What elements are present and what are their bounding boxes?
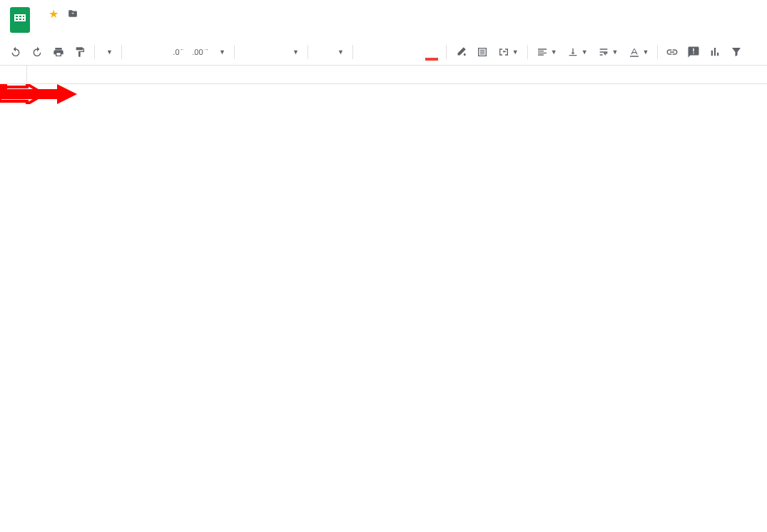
paint-format-button[interactable] [70,42,90,62]
redo-button[interactable] [27,42,47,62]
select-all-corner[interactable] [0,84,26,100]
font-dropdown[interactable]: ▼ [239,42,303,62]
zoom-dropdown[interactable]: ▼ [99,42,117,62]
print-button[interactable] [49,42,68,62]
text-color-button[interactable] [422,42,442,62]
star-icon[interactable]: ★ [49,7,59,21]
sheets-icon [10,7,30,33]
strikethrough-button[interactable] [400,42,420,62]
text-rotation-dropdown[interactable]: ▼ [624,42,654,62]
decrease-decimal-button[interactable]: .0← [169,42,189,62]
merge-cells-dropdown[interactable]: ▼ [494,42,523,62]
vertical-align-dropdown[interactable]: ▼ [563,42,592,62]
italic-button[interactable] [379,42,399,62]
horizontal-align-dropdown[interactable]: ▼ [532,42,562,62]
app-logo[interactable] [6,6,34,34]
fx-label [0,66,27,83]
bold-button[interactable] [357,42,377,62]
insert-chart-button[interactable] [705,42,725,62]
insert-comment-button[interactable] [684,42,703,62]
increase-decimal-button[interactable]: .00→ [191,42,210,62]
filter-button[interactable] [726,42,746,62]
move-folder-icon[interactable] [67,9,78,19]
toolbar: ▼ .0← .00→ ▼ ▼ ▼ ▼ ▼ ▼ ▼ ▼ [0,39,767,66]
text-wrap-dropdown[interactable]: ▼ [594,42,623,62]
font-size-dropdown[interactable]: ▼ [313,42,348,62]
percent-button[interactable] [148,42,168,62]
formula-input[interactable] [27,66,767,83]
fill-color-button[interactable] [451,42,471,62]
borders-button[interactable] [472,42,492,62]
currency-button[interactable] [126,42,146,62]
undo-button[interactable] [6,42,26,62]
insert-link-button[interactable] [662,42,682,62]
formula-bar [0,66,767,84]
number-format-dropdown[interactable]: ▼ [212,42,230,62]
